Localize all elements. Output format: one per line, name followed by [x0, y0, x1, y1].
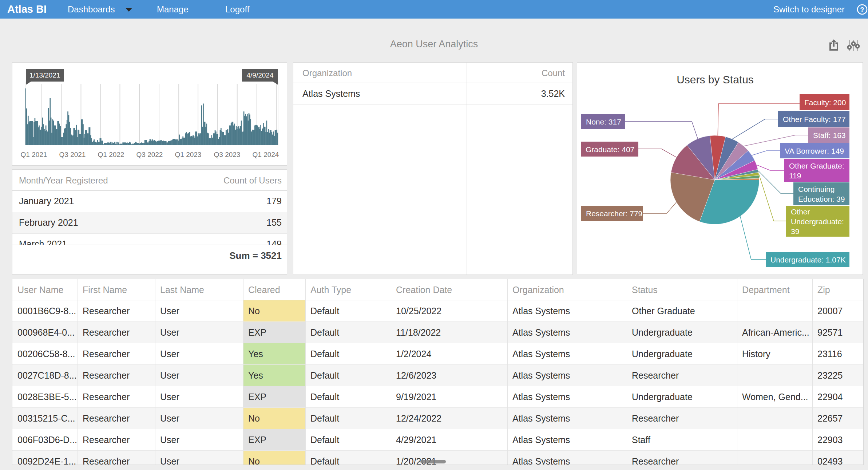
- users-cell: Atlas Systems: [507, 429, 627, 451]
- users-cell: 1/20/2021: [391, 451, 507, 465]
- chevron-down-icon[interactable]: [126, 8, 132, 12]
- histogram-bar: [217, 134, 218, 145]
- histogram-bar: [112, 142, 113, 145]
- dashboard-parameters-icon[interactable]: [847, 40, 860, 51]
- histogram-bar: [123, 142, 124, 145]
- histogram-bar: [63, 133, 64, 145]
- dashboard-title: Aeon User Analytics: [0, 39, 868, 50]
- month-table-row[interactable]: January 2021 179: [12, 191, 287, 212]
- histogram-bar: [185, 133, 186, 145]
- users-grid-row[interactable]: 006F03D6-D...ResearcherUserEXPDefault4/2…: [12, 429, 863, 451]
- histogram-bar: [134, 143, 135, 145]
- top-navbar: Atlas BI Dashboards Manage Logoff Switch…: [0, 0, 868, 19]
- histogram-bar: [54, 126, 55, 145]
- histogram-bar: [117, 142, 118, 145]
- help-icon[interactable]: ?: [857, 4, 868, 15]
- org-name-cell[interactable]: Atlas Systems: [302, 88, 360, 99]
- histogram-bar: [262, 129, 263, 145]
- users-grid-row[interactable]: 000968E4-0...ResearcherUserEXPDefault11/…: [12, 322, 863, 343]
- histogram-bar: [171, 140, 173, 145]
- histogram-bar: [194, 138, 195, 145]
- histogram-bar: [268, 129, 269, 145]
- histogram-bar: [161, 140, 162, 145]
- histogram-bar: [33, 122, 35, 145]
- histogram-bar: [195, 131, 196, 145]
- histogram-bar: [229, 126, 230, 145]
- histogram-bar: [271, 132, 272, 145]
- histogram-bar: [163, 141, 164, 145]
- nav-item-manage[interactable]: Manage: [157, 0, 189, 19]
- histogram-bar: [223, 132, 224, 145]
- users-grid-row[interactable]: 0028E3BE-5...ResearcherUserEXPDefault9/1…: [12, 386, 863, 408]
- users-cell: Default: [305, 408, 391, 429]
- users-grid-row[interactable]: 0001B6C9-8...ResearcherUserNoDefault10/2…: [12, 300, 863, 322]
- callout-line: [625, 122, 698, 139]
- nav-item-dashboards[interactable]: Dashboards: [68, 0, 115, 19]
- users-cell: EXP: [243, 322, 305, 343]
- callout-line: [752, 151, 780, 155]
- histogram-bar: [259, 127, 260, 145]
- histogram-bar: [119, 144, 120, 145]
- users-cell: Default: [305, 300, 391, 322]
- histogram-bar: [71, 135, 72, 145]
- users-cell: EXP: [243, 386, 305, 408]
- histogram-bar: [27, 124, 28, 145]
- export-icon[interactable]: [829, 39, 839, 51]
- histogram-bar: [51, 133, 52, 145]
- histogram-bar: [246, 116, 247, 145]
- callout-line: [732, 119, 778, 139]
- histogram-bar: [97, 140, 98, 145]
- histogram-bar: [30, 121, 31, 145]
- divider: [78, 279, 78, 465]
- users-cell: Researcher: [78, 322, 155, 343]
- histogram-bar: [220, 130, 221, 145]
- users-grid-row[interactable]: 0027C18D-8...ResearcherUserYesDefault12/…: [12, 365, 863, 386]
- users-grid-row[interactable]: 00315215-C...ResearcherUserNoDefault12/2…: [12, 408, 863, 429]
- month-cell: January 2021: [19, 196, 74, 206]
- users-cell: Atlas Systems: [507, 451, 627, 465]
- users-cell: 0001B6C9-8...: [12, 300, 78, 322]
- histogram-bar: [193, 135, 194, 145]
- histogram-bar: [95, 142, 96, 145]
- histogram-bar: [230, 126, 231, 145]
- histogram-bar: [227, 129, 229, 145]
- histogram-bar: [47, 131, 48, 145]
- histogram-bar: [201, 105, 202, 145]
- divider: [243, 279, 243, 465]
- range-end-flag[interactable]: 4/9/2024: [242, 69, 278, 82]
- users-col-header-department: Department: [737, 279, 812, 300]
- users-cell: [737, 408, 812, 429]
- histogram-bar: [176, 139, 177, 145]
- users-grid-row[interactable]: 00206C58-8...ResearcherUserYesDefault1/2…: [12, 343, 863, 365]
- month-table-row[interactable]: February 2021 155: [12, 212, 287, 234]
- histogram-bar: [46, 130, 47, 145]
- org-count-cell[interactable]: 3.52K: [541, 88, 565, 99]
- histogram-bar: [214, 133, 215, 145]
- month-cell: February 2021: [19, 217, 78, 228]
- histogram-bar: [265, 132, 266, 145]
- histogram-bar: [111, 142, 112, 145]
- histogram-bar: [130, 142, 131, 145]
- callout-line: [643, 202, 677, 213]
- histogram-bar: [216, 134, 217, 145]
- histogram-bar: [148, 141, 150, 145]
- range-start-flag[interactable]: 1/13/2021: [26, 69, 64, 82]
- horizontal-scrollbar-thumb[interactable]: [420, 460, 446, 463]
- histogram-bar: [196, 131, 197, 145]
- users-cell: Default: [305, 365, 391, 386]
- histogram-bar: [258, 127, 259, 145]
- users-cell: 9/19/2021: [391, 386, 507, 408]
- histogram-bar: [78, 130, 79, 145]
- users-cell: 006F03D6-D...: [12, 429, 78, 451]
- switch-to-designer-link[interactable]: Switch to designer: [773, 0, 845, 19]
- histogram-bar: [232, 122, 233, 145]
- histogram-bar: [226, 130, 227, 145]
- histogram-bar: [166, 141, 167, 145]
- histogram-bar: [180, 139, 181, 145]
- callout-label: Graduate: 407: [586, 145, 634, 154]
- nav-item-logoff[interactable]: Logoff: [225, 0, 249, 19]
- histogram-bar: [55, 126, 56, 145]
- histogram-bar: [26, 108, 27, 145]
- callout-line: [757, 165, 784, 170]
- count-cell: 179: [266, 196, 282, 206]
